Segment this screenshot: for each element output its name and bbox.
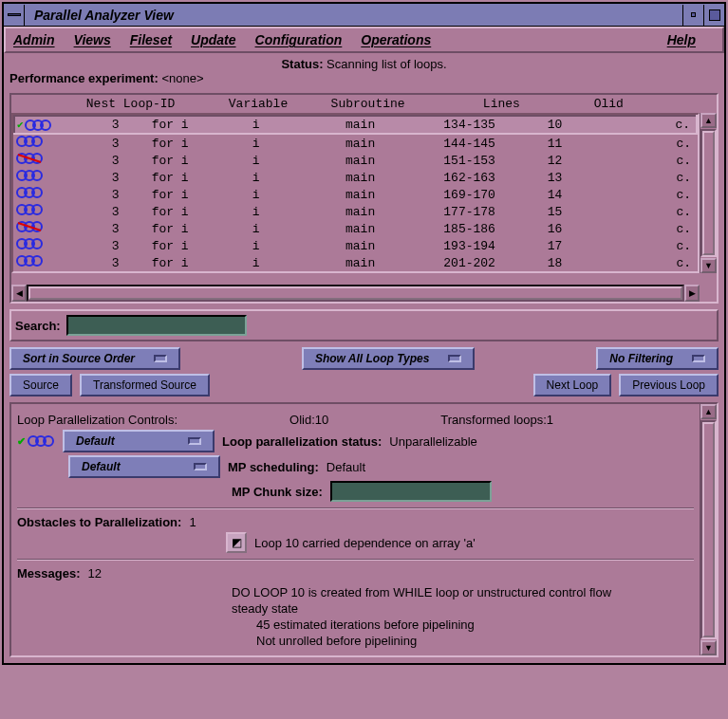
minimize-icon [691,12,696,17]
mpsched-label: MP scheduling: [228,460,319,474]
cell-file: c. [588,220,697,237]
menu-ops[interactable]: Operations [361,32,431,47]
system-menu-button[interactable] [4,5,25,26]
cell-loopid: for i [123,152,209,169]
next-loop-button[interactable]: Next Loop [533,374,612,396]
cell-variable: i [209,186,304,203]
looptypes-option[interactable]: Show All Loop Types [302,347,475,370]
cell-nest: 3 [57,152,123,169]
loop-controls-heading: Loop Parallelization Controls: [17,413,177,427]
mp-scheduling-option[interactable]: Default [68,455,220,478]
cell-variable: i [209,237,304,254]
messages-count: 12 [87,566,101,581]
parstat-value: Unparallelizable [389,434,477,449]
loop-icon [16,170,45,181]
cell-file: c. [588,169,697,186]
table-row[interactable]: ✔3for iimain134-13510c. [14,116,697,134]
table-row[interactable]: 3for iimain193-19417c. [14,237,697,254]
cell-file: c. [588,203,697,220]
scroll-left-button[interactable]: ◀ [11,285,27,302]
loop-table[interactable]: ✔3for iimain134-13510c.3for iimain144-14… [13,115,698,271]
menu-help[interactable]: Help [667,32,696,47]
messages-list: DO LOOP 10 is created from WHILE loop or… [226,583,617,650]
menu-views[interactable]: Views [74,32,111,47]
hscroll-thumb[interactable] [28,286,682,300]
status-value: Scanning list of loops. [327,57,446,71]
cell-file: c. [588,237,697,254]
vscroll-thumb[interactable] [702,422,715,637]
table-row[interactable]: 3for iimain162-16313c. [14,169,697,186]
cell-loopid: for i [123,203,209,220]
cell-nest: 3 [57,220,123,237]
option-handle-icon [692,355,705,362]
vscroll-track[interactable] [700,420,717,639]
mp-scheduling-option-label: Default [82,460,121,473]
perf-value: <none> [161,71,203,85]
option-handle-icon [154,355,167,362]
table-row[interactable]: 3for iimain177-17815c. [14,203,697,220]
table-row[interactable]: 3for iimain144-14511c. [14,134,697,152]
menu-admin[interactable]: Admin [13,32,55,47]
loop-controls-panel: Loop Parallelization Controls: Olid:10 T… [9,402,719,657]
table-row[interactable]: 3for iimain185-18616c. [14,220,697,237]
menu-bar: Admin Views Fileset Update Configuration… [4,27,724,53]
cell-variable: i [209,134,304,152]
scroll-up-button[interactable]: ▲ [700,404,717,419]
parstat-label: Loop parallelization status: [222,434,382,449]
table-row[interactable]: 3for iimain201-20218c. [14,254,697,271]
cell-subroutine: main [304,237,418,254]
cell-olid: 15 [522,203,588,220]
cell-olid: 16 [522,220,588,237]
search-input[interactable] [66,315,247,336]
cell-variable: i [209,169,304,186]
cell-loopid: for i [123,186,209,203]
menu-fileset[interactable]: Fileset [130,32,172,47]
cell-olid: 11 [522,134,588,152]
table-row[interactable]: 3for iimain151-15312c. [14,152,697,169]
cell-nest: 3 [57,237,123,254]
cell-lines: 177-178 [418,203,522,220]
vscroll-thumb[interactable] [702,131,715,255]
horizontal-scrollbar[interactable]: ◀ ▶ [11,285,717,302]
mpsched-value: Default [327,460,365,474]
minimize-button[interactable] [682,5,703,26]
filter-option[interactable]: No Filtering [596,347,719,370]
vscroll-track[interactable] [700,129,717,257]
sort-option[interactable]: Sort in Source Order [9,347,180,370]
vertical-scrollbar[interactable]: ▲ ▼ [700,113,717,273]
menu-update[interactable]: Update [191,32,235,47]
menu-config[interactable]: Configuration [255,32,343,47]
scroll-down-button[interactable]: ▼ [700,258,717,273]
title-bar[interactable]: Parallel Analyzer View [4,4,724,27]
cell-lines: 134-135 [418,116,522,134]
messages-label: Messages: [17,566,80,581]
source-button[interactable]: Source [9,374,72,396]
looptypes-option-label: Show All Loop Types [315,352,429,365]
cell-lines: 169-170 [418,186,522,203]
cell-file: c. [588,254,697,271]
loop-icon [16,187,45,198]
scroll-down-button[interactable]: ▼ [700,640,717,655]
mp-chunk-input[interactable] [330,481,492,502]
cell-subroutine: main [304,152,418,169]
scroll-right-button[interactable]: ▶ [684,285,700,302]
transformed-source-button[interactable]: Transformed Source [80,374,210,396]
table-row[interactable]: 3for iimain169-17014c. [14,186,697,203]
cell-loopid: for i [123,220,209,237]
cell-lines: 151-153 [418,152,522,169]
cell-olid: 14 [522,186,588,203]
cell-subroutine: main [304,186,418,203]
cell-loopid: for i [123,237,209,254]
cell-variable: i [209,203,304,220]
panel-vertical-scrollbar[interactable]: ▲ ▼ [700,404,717,655]
scroll-up-button[interactable]: ▲ [700,113,717,128]
column-headers: Nest Loop-ID Variable Subroutine Lines O… [11,95,717,113]
transformed-loops-label: Transformed loops:1 [440,413,553,427]
hscroll-track[interactable] [27,285,684,302]
maximize-button[interactable] [703,5,724,26]
previous-loop-button[interactable]: Previous Loop [619,374,719,396]
parallel-status-option[interactable]: Default [63,430,215,452]
obstacle-icon[interactable]: ◩ [226,532,247,553]
cell-lines: 162-163 [418,169,522,186]
option-handle-icon [448,355,461,362]
